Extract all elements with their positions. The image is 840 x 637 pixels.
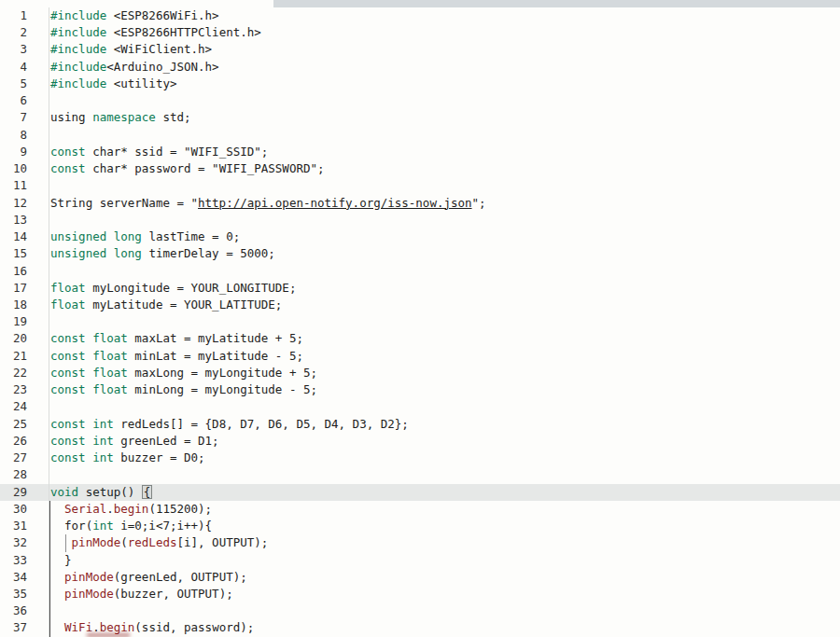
code-token: pinMode xyxy=(64,570,114,584)
code-token: unsigned xyxy=(50,246,106,260)
line-number: 10 xyxy=(0,160,49,177)
line-number: 2 xyxy=(0,24,49,41)
code-line: 27const int buzzer = D0; xyxy=(0,450,840,466)
code-text: } xyxy=(49,552,72,569)
code-text: void setup() { xyxy=(49,484,152,501)
code-token: ( xyxy=(120,535,128,549)
code-text: float myLatitude = YOUR_LATITUDE; xyxy=(49,297,282,313)
code-text xyxy=(49,313,50,330)
code-text: pinMode(buzzer, OUTPUT); xyxy=(49,586,233,602)
code-token: <ESP8266HTTPClient.h> xyxy=(106,25,261,39)
line-number: 26 xyxy=(0,433,49,450)
code-text: #include<Arduino_JSON.h> xyxy=(49,59,219,76)
code-token: begin xyxy=(114,502,149,516)
code-line: 6 xyxy=(0,92,840,109)
code-token: int xyxy=(92,417,114,431)
code-token: #include xyxy=(50,60,106,74)
code-line: 36 xyxy=(0,602,840,619)
code-token: namespace xyxy=(92,110,156,124)
code-line: 22const float maxLong = myLongitude + 5; xyxy=(0,365,840,381)
code-text: const int greenLed = D1; xyxy=(49,433,219,450)
code-token: minLat = myLatitude - 5; xyxy=(128,349,303,363)
indent-guide xyxy=(49,569,50,586)
code-text: Serial.begin(115200); xyxy=(49,501,212,518)
code-line: 7using namespace std; xyxy=(0,109,840,126)
code-token: maxLong = myLongitude + 5; xyxy=(128,366,317,380)
code-text xyxy=(49,92,50,109)
code-token: void xyxy=(50,485,78,499)
code-line: 10const char* password = "WIFI_PASSWORD"… xyxy=(0,160,840,177)
code-text: #include <WiFiClient.h> xyxy=(49,41,212,58)
code-token: "; xyxy=(472,196,486,210)
code-text xyxy=(49,177,50,194)
code-token: { xyxy=(142,485,153,499)
code-token: redLeds[] = {D8, D7, D6, D5, D4, D3, D2}… xyxy=(114,417,409,431)
line-number: 11 xyxy=(0,177,49,194)
line-number: 32 xyxy=(0,534,49,551)
code-line: 8 xyxy=(0,127,840,144)
code-token: #include xyxy=(50,8,106,22)
code-text: unsigned long timerDelay = 5000; xyxy=(49,245,275,262)
line-number: 5 xyxy=(0,76,49,92)
code-token: http://api.open-notify.org/iss-now.json xyxy=(198,196,472,210)
code-token: maxLat = myLatitude + 5; xyxy=(128,331,303,345)
code-token xyxy=(50,587,64,601)
line-number: 23 xyxy=(0,381,49,398)
code-line: 14unsigned long lastTime = 0; xyxy=(0,228,840,245)
line-number: 3 xyxy=(0,41,49,58)
code-token: int xyxy=(92,450,114,464)
code-token: long xyxy=(114,246,142,260)
indent-guide xyxy=(49,534,50,551)
code-token: float xyxy=(50,281,86,295)
code-line: 32 pinMode(redLeds[i], OUTPUT); xyxy=(0,534,840,551)
indent-guide xyxy=(49,501,50,518)
code-line: 25const int redLeds[] = {D8, D7, D6, D5,… xyxy=(0,416,840,433)
code-token xyxy=(50,535,72,549)
code-token: } xyxy=(50,553,72,567)
code-token: const xyxy=(50,434,86,448)
code-text xyxy=(49,127,50,144)
code-line: 12String serverName = "http://api.open-n… xyxy=(0,195,840,212)
line-number: 34 xyxy=(0,569,49,586)
line-number: 22 xyxy=(0,365,49,381)
code-token: pinMode xyxy=(72,535,121,549)
code-token: [i], OUTPUT); xyxy=(176,535,268,549)
line-number: 30 xyxy=(0,501,49,518)
code-text: unsigned long lastTime = 0; xyxy=(49,228,240,245)
code-token: const xyxy=(50,331,86,345)
line-number: 7 xyxy=(0,109,49,126)
code-text: #include <ESP8266WiFi.h> xyxy=(49,7,219,24)
code-text: for(int i=0;i<7;i++){ xyxy=(49,518,212,534)
code-text xyxy=(49,398,50,415)
code-token: const xyxy=(50,161,86,175)
code-line: 19 xyxy=(0,313,840,330)
code-token: i=0;i<7;i++){ xyxy=(114,519,212,533)
code-editor[interactable]: 1#include <ESP8266WiFi.h>2#include <ESP8… xyxy=(0,7,840,637)
code-line: 17float myLongitude = YOUR_LONGITUDE; xyxy=(0,280,840,297)
code-token: . xyxy=(106,502,114,516)
code-text: const float minLat = myLatitude - 5; xyxy=(49,348,303,365)
code-text xyxy=(49,212,50,228)
code-token xyxy=(50,620,64,634)
code-token xyxy=(50,502,64,516)
code-line: 23const float minLong = myLongitude - 5; xyxy=(0,381,840,398)
code-token: long xyxy=(114,229,142,243)
code-token: float xyxy=(92,349,128,363)
code-token: float xyxy=(92,366,128,380)
indent-guide xyxy=(49,602,50,619)
code-text: String serverName = "http://api.open-not… xyxy=(49,195,486,212)
indent-guide xyxy=(49,518,50,534)
code-text: #include <ESP8266HTTPClient.h> xyxy=(49,24,261,41)
code-token: myLongitude = YOUR_LONGITUDE; xyxy=(86,281,297,295)
code-line: 28 xyxy=(0,466,840,483)
code-line: 26const int greenLed = D1; xyxy=(0,433,840,450)
code-line: 21const float minLat = myLatitude - 5; xyxy=(0,348,840,365)
code-line: 16 xyxy=(0,263,840,280)
code-text: float myLongitude = YOUR_LONGITUDE; xyxy=(49,280,296,297)
line-number: 6 xyxy=(0,92,49,109)
code-token: minLong = myLongitude - 5; xyxy=(128,382,317,396)
code-token xyxy=(106,229,114,243)
code-text: pinMode(redLeds[i], OUTPUT); xyxy=(49,534,268,551)
line-number: 1 xyxy=(0,7,49,24)
code-token: (buzzer, OUTPUT); xyxy=(114,587,233,601)
